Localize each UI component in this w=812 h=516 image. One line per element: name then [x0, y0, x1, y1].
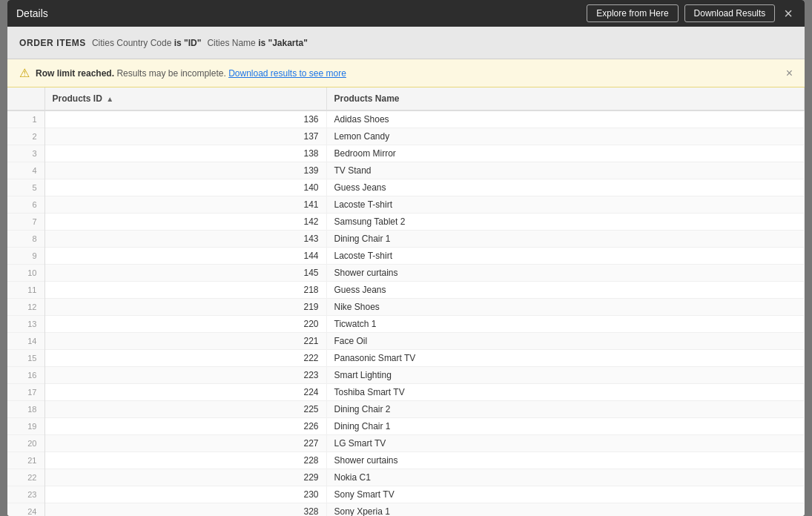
products-id-header[interactable]: Products ID ▲	[44, 87, 326, 110]
table-row: 24328Sony Xperia 1	[7, 503, 805, 517]
product-name: Ticwatch 1	[326, 316, 805, 333]
modal: Details Explore from Here Download Resul…	[7, 0, 805, 516]
close-button[interactable]: ×	[781, 6, 796, 21]
table-row: 6141Lacoste T-shirt	[7, 196, 805, 214]
row-number: 12	[7, 299, 44, 316]
row-number: 21	[7, 452, 44, 469]
row-number: 23	[7, 486, 44, 503]
product-id: 141	[44, 196, 326, 214]
row-number: 17	[7, 384, 44, 401]
section-label: ORDER ITEMS	[19, 38, 86, 48]
product-name: Shower curtains	[326, 265, 805, 282]
product-id: 218	[44, 282, 326, 299]
warning-close-button[interactable]: ×	[786, 67, 793, 80]
product-name: Panasonic Smart TV	[326, 350, 805, 367]
warning-download-link[interactable]: Download results to see more	[228, 68, 346, 79]
row-number: 10	[7, 265, 44, 282]
product-name: Dining Chair 1	[326, 418, 805, 435]
row-number: 1	[7, 110, 44, 128]
row-number: 7	[7, 214, 44, 231]
row-number: 22	[7, 469, 44, 486]
product-name: Guess Jeans	[326, 282, 805, 299]
product-id: 144	[44, 248, 326, 265]
product-id: 226	[44, 418, 326, 435]
product-name: Shower curtains	[326, 452, 805, 469]
product-id: 228	[44, 452, 326, 469]
row-number: 14	[7, 333, 44, 350]
product-id: 223	[44, 367, 326, 384]
download-results-button[interactable]: Download Results	[684, 4, 776, 22]
table-row: 23230Sony Smart TV	[7, 486, 805, 503]
table-row: 20227LG Smart TV	[7, 435, 805, 452]
table-row: 7142Samsung Tablet 2	[7, 214, 805, 231]
header-actions: Explore from Here Download Results ×	[587, 4, 796, 22]
product-id: 221	[44, 333, 326, 350]
product-name: Dining Chair 1	[326, 231, 805, 248]
table-row: 21228Shower curtains	[7, 452, 805, 469]
product-id: 136	[44, 110, 326, 128]
row-number: 11	[7, 282, 44, 299]
table-row: 18225Dining Chair 2	[7, 401, 805, 418]
product-name: Dining Chair 2	[326, 401, 805, 418]
row-number: 6	[7, 196, 44, 214]
row-number: 8	[7, 231, 44, 248]
product-name: Sony Xperia 1	[326, 503, 805, 517]
product-name: Adidas Shoes	[326, 110, 805, 128]
row-number: 13	[7, 316, 44, 333]
product-id: 137	[44, 128, 326, 145]
product-id: 145	[44, 265, 326, 282]
explore-from-here-button[interactable]: Explore from Here	[587, 4, 678, 22]
row-number: 3	[7, 145, 44, 162]
table-row: 4139TV Stand	[7, 162, 805, 179]
row-num-header	[7, 87, 44, 110]
table-row: 2137Lemon Candy	[7, 128, 805, 145]
product-name: Smart Lighting	[326, 367, 805, 384]
filter-bar: ORDER ITEMS Cities Country Code is "ID" …	[7, 27, 805, 59]
table-row: 1136Adidas Shoes	[7, 110, 805, 128]
product-name: Nokia C1	[326, 469, 805, 486]
product-name: TV Stand	[326, 162, 805, 179]
warning-icon: ⚠	[19, 66, 30, 80]
table-row: 5140Guess Jeans	[7, 179, 805, 196]
product-id: 139	[44, 162, 326, 179]
row-number: 19	[7, 418, 44, 435]
table-row: 10145Shower curtains	[7, 265, 805, 282]
product-id: 230	[44, 486, 326, 503]
row-number: 15	[7, 350, 44, 367]
product-name: Lemon Candy	[326, 128, 805, 145]
modal-title: Details	[16, 7, 48, 19]
product-id: 225	[44, 401, 326, 418]
table-row: 3138Bedroom Mirror	[7, 145, 805, 162]
table-row: 12219Nike Shoes	[7, 299, 805, 316]
product-name: Face Oil	[326, 333, 805, 350]
row-number: 18	[7, 401, 44, 418]
product-name: LG Smart TV	[326, 435, 805, 452]
modal-overlay: Details Explore from Here Download Resul…	[0, 0, 812, 516]
products-name-header[interactable]: Products Name	[326, 87, 805, 110]
product-id: 222	[44, 350, 326, 367]
table-body: 1136Adidas Shoes2137Lemon Candy3138Bedro…	[7, 110, 805, 516]
product-id: 142	[44, 214, 326, 231]
product-id: 224	[44, 384, 326, 401]
warning-text: Row limit reached. Results may be incomp…	[36, 68, 346, 79]
product-name: Lacoste T-shirt	[326, 196, 805, 214]
filter1-field: Cities Country Code is "ID"	[92, 38, 201, 48]
product-id: 220	[44, 316, 326, 333]
table-row: 11218Guess Jeans	[7, 282, 805, 299]
row-number: 24	[7, 503, 44, 517]
row-number: 4	[7, 162, 44, 179]
filter2-field: Cities Name is "Jakarta"	[207, 38, 307, 48]
product-name: Nike Shoes	[326, 299, 805, 316]
table-container[interactable]: Products ID ▲ Products Name 1136Adidas S…	[7, 87, 805, 516]
data-table: Products ID ▲ Products Name 1136Adidas S…	[7, 87, 805, 516]
product-name: Guess Jeans	[326, 179, 805, 196]
table-row: 9144Lacoste T-shirt	[7, 248, 805, 265]
product-id: 138	[44, 145, 326, 162]
warning-content: ⚠ Row limit reached. Results may be inco…	[19, 66, 346, 80]
row-number: 20	[7, 435, 44, 452]
product-name: Samsung Tablet 2	[326, 214, 805, 231]
modal-header: Details Explore from Here Download Resul…	[7, 0, 805, 27]
table-row: 16223Smart Lighting	[7, 367, 805, 384]
table-row: 19226Dining Chair 1	[7, 418, 805, 435]
row-number: 2	[7, 128, 44, 145]
